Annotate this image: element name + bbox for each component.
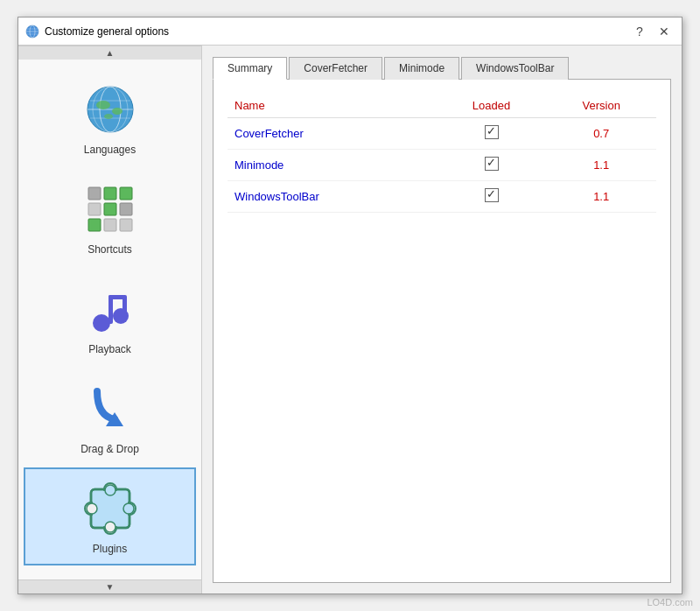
plugin-loaded[interactable]	[437, 181, 547, 213]
title-bar: Customize general options ? ✕	[18, 18, 682, 46]
svg-rect-21	[104, 219, 116, 231]
svg-rect-16	[120, 187, 132, 200]
window-body: ▲	[18, 46, 682, 593]
svg-rect-35	[93, 491, 128, 526]
sidebar-item-drag-drop[interactable]: Drag & Drop	[24, 368, 196, 466]
plugin-version: 1.1	[546, 181, 656, 213]
svg-point-12	[112, 108, 122, 115]
app-icon	[25, 25, 39, 39]
plugin-name: CoverFetcher	[228, 118, 437, 150]
svg-rect-19	[120, 203, 132, 215]
table-row: CoverFetcher0.7	[228, 118, 656, 150]
sidebar-item-shortcuts[interactable]: Shortcuts	[24, 168, 196, 266]
loaded-checkbox[interactable]	[485, 125, 499, 139]
plugin-name: WindowsToolBar	[228, 181, 437, 213]
sidebar-scroll-up[interactable]: ▲	[18, 46, 201, 60]
svg-rect-14	[88, 187, 101, 200]
plugin-name: Minimode	[228, 150, 437, 181]
svg-point-36	[105, 485, 116, 495]
sidebar-item-plugins[interactable]: Plugins	[24, 467, 196, 565]
table-row: WindowsToolBar1.1	[228, 181, 656, 213]
playback-label: Playback	[88, 343, 131, 355]
main-window: Customize general options ? ✕ ▲	[18, 17, 682, 594]
languages-icon	[80, 79, 141, 140]
table-row: Minimode1.1	[228, 150, 656, 181]
svg-rect-18	[104, 203, 116, 215]
tab-coverfetcher[interactable]: CoverFetcher	[289, 57, 382, 80]
shortcuts-label: Shortcuts	[88, 243, 132, 256]
help-button[interactable]: ?	[629, 21, 650, 42]
main-content: Summary CoverFetcher Minimode WindowsToo…	[202, 46, 682, 593]
tab-minimode[interactable]: Minimode	[384, 57, 459, 80]
loaded-checkbox[interactable]	[485, 157, 499, 171]
svg-rect-15	[104, 187, 116, 200]
tab-bar: Summary CoverFetcher Minimode WindowsToo…	[213, 56, 671, 79]
shortcuts-icon-img	[80, 179, 141, 240]
window-title: Customize general options	[45, 25, 629, 38]
svg-rect-22	[120, 219, 132, 231]
svg-rect-27	[122, 295, 127, 317]
sidebar-item-languages[interactable]: Languages	[24, 68, 196, 166]
sidebar-scroll-down[interactable]: ▼	[18, 579, 201, 593]
svg-point-38	[105, 522, 116, 532]
tab-windowstoolbar[interactable]: WindowsToolBar	[461, 57, 569, 80]
tab-content-summary: Name Loaded Version CoverFetcher0.7Minim…	[213, 79, 671, 583]
close-button[interactable]: ✕	[654, 21, 675, 42]
col-header-name: Name	[228, 94, 437, 118]
svg-point-11	[96, 101, 110, 109]
plugin-version: 0.7	[546, 118, 656, 150]
svg-point-13	[104, 114, 113, 119]
col-header-version: Version	[546, 94, 656, 118]
sidebar-item-playback[interactable]: Playback	[24, 268, 196, 366]
plugins-icon	[80, 478, 141, 539]
drag-drop-label: Drag & Drop	[80, 443, 139, 455]
tab-summary[interactable]: Summary	[213, 57, 287, 80]
col-header-loaded: Loaded	[437, 94, 547, 118]
loaded-checkbox[interactable]	[485, 188, 499, 202]
playback-icon	[80, 278, 141, 340]
watermark: LO4D.com	[647, 597, 693, 607]
sidebar: ▲	[18, 46, 202, 593]
svg-point-23	[93, 314, 110, 332]
sidebar-scroll: Languages	[18, 60, 201, 579]
svg-point-37	[123, 503, 134, 514]
languages-label: Languages	[84, 144, 136, 156]
plugins-label: Plugins	[93, 543, 127, 555]
plugin-table: Name Loaded Version CoverFetcher0.7Minim…	[228, 94, 656, 213]
drag-drop-icon	[80, 378, 141, 439]
plugin-loaded[interactable]	[437, 150, 547, 181]
plugin-version: 1.1	[546, 150, 656, 181]
svg-rect-17	[88, 203, 101, 215]
svg-rect-20	[88, 219, 101, 231]
svg-point-39	[87, 503, 97, 514]
plugin-loaded[interactable]	[437, 118, 547, 150]
window-controls: ? ✕	[629, 21, 675, 42]
